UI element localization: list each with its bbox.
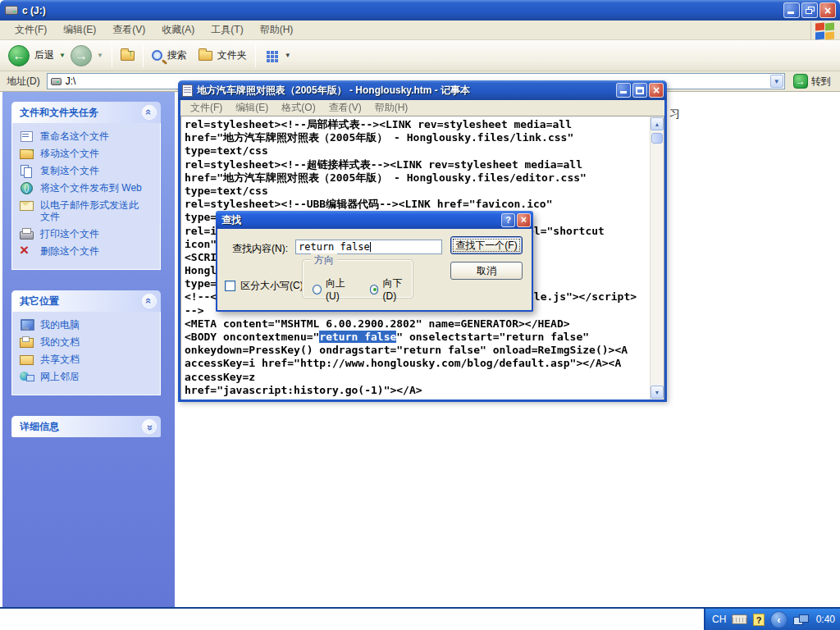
code-line: type=text/css xyxy=(185,185,650,198)
radio-down[interactable]: 向下(D) xyxy=(370,276,413,302)
details-panel: 详细信息 xyxy=(11,416,161,437)
places-panel-body: 我的电脑我的文档共享文档网上邻居 xyxy=(11,312,161,395)
rename-icon xyxy=(20,130,34,142)
sidebar-item[interactable]: 打印这个文件 xyxy=(20,228,157,240)
direction-groupbox: 方向 向上(U) 向下(D) xyxy=(302,259,413,299)
menu-item[interactable]: 帮助(H) xyxy=(368,99,415,116)
explorer-sidebar: 文件和文件夹任务 重命名这个文件移动这个文件复制这个文件将这个文件发布到 Web… xyxy=(2,92,175,607)
notepad-titlebar[interactable]: 地方汽车牌照对照表（2005年版） - Honglousky.htm - 记事本… xyxy=(178,80,667,100)
comp-icon xyxy=(20,319,34,331)
folders-label[interactable]: 文件夹 xyxy=(217,48,247,62)
minimize-button[interactable] xyxy=(783,2,800,18)
explorer-menubar: 文件(F)编辑(E)查看(V)收藏(A)工具(T)帮助(H) xyxy=(0,21,840,40)
match-case-row: 区分大小写(C) xyxy=(225,279,304,293)
scroll-down-icon[interactable]: ▾ xyxy=(651,386,664,399)
match-case-checkbox[interactable] xyxy=(225,281,235,291)
find-dialog-titlebar[interactable]: 查找 ? × xyxy=(216,211,533,229)
explorer-title: c (J:) xyxy=(22,5,782,16)
explorer-toolbar: ← 后退 ▼ → ▼ ↑ 搜索 文件夹 ▼ xyxy=(0,40,840,71)
sidebar-item[interactable]: 网上邻居 xyxy=(20,371,157,382)
radio-down-label: 向下(D) xyxy=(382,276,413,302)
maximize-button[interactable] xyxy=(632,83,647,98)
search-icon[interactable] xyxy=(152,50,162,61)
menu-item[interactable]: 工具(T) xyxy=(203,21,251,39)
details-panel-title: 详细信息 xyxy=(20,420,59,434)
sidebar-item-label: 网上邻居 xyxy=(40,371,80,382)
search-label[interactable]: 搜索 xyxy=(167,48,187,62)
radio-down-icon[interactable] xyxy=(370,285,379,294)
back-dropdown-icon[interactable]: ▼ xyxy=(59,52,66,59)
sidebar-item[interactable]: 重命名这个文件 xyxy=(20,130,157,142)
sidebar-item[interactable]: 将这个文件发布到 Web xyxy=(20,182,157,194)
forward-dropdown-icon[interactable]: ▼ xyxy=(97,52,103,59)
sidebar-item[interactable]: 我的电脑 xyxy=(20,319,157,331)
code-line: href="地方汽车牌照对照表（2005年版） - Honglousky.fil… xyxy=(185,131,650,144)
help-button[interactable]: ? xyxy=(501,213,515,227)
menu-item[interactable]: 文件(F) xyxy=(184,99,229,116)
toolbar-separator xyxy=(112,44,112,67)
radio-up[interactable]: 向上(U) xyxy=(313,276,356,302)
system-tray: CH ? ‹ 0:40 xyxy=(704,609,840,630)
menu-item[interactable]: 格式(O) xyxy=(275,99,322,116)
sidebar-item[interactable]: 删除这个文件 xyxy=(20,245,157,257)
details-panel-header[interactable]: 详细信息 xyxy=(11,416,161,437)
address-label: 地址(D) xyxy=(7,75,40,89)
explorer-titlebar[interactable]: c (J:) × xyxy=(0,0,840,21)
sidebar-item[interactable]: 复制这个文件 xyxy=(20,165,157,176)
sidebar-item[interactable]: 以电子邮件形式发送此文件 xyxy=(20,199,157,222)
file-label-fragment: 习 xyxy=(669,107,680,121)
collapse-chevron-icon[interactable] xyxy=(142,105,157,120)
menu-item[interactable]: 查看(V) xyxy=(322,99,368,116)
code-line: href="javascript:history.go(-1)"></A> xyxy=(185,384,650,397)
menu-item[interactable]: 编辑(E) xyxy=(55,21,104,39)
up-folder-button[interactable]: ↑ xyxy=(121,51,135,61)
minimize-button[interactable] xyxy=(616,83,631,98)
radio-up-icon[interactable] xyxy=(313,285,322,294)
go-button[interactable]: → 转到 xyxy=(793,74,831,89)
menu-item[interactable]: 文件(F) xyxy=(7,21,55,39)
expand-chevron-icon[interactable] xyxy=(142,419,157,434)
menu-item[interactable]: 编辑(E) xyxy=(229,99,275,116)
drive-icon xyxy=(5,6,18,15)
sidebar-item[interactable]: 共享文档 xyxy=(20,354,157,365)
network-icon[interactable] xyxy=(793,614,809,625)
scrollbar-thumb[interactable] xyxy=(651,133,663,144)
restore-button[interactable] xyxy=(801,2,818,18)
go-arrow-icon: → xyxy=(793,74,808,89)
close-button[interactable]: × xyxy=(819,2,836,18)
close-button[interactable]: × xyxy=(649,83,664,98)
hide-icons-button[interactable]: ‹ xyxy=(770,611,788,628)
sidebar-item[interactable]: 我的文档 xyxy=(20,336,157,348)
clock: 0:40 xyxy=(816,614,835,625)
collapse-chevron-icon[interactable] xyxy=(142,294,157,308)
keyboard-icon[interactable] xyxy=(732,614,747,624)
forward-button[interactable]: → xyxy=(71,45,92,66)
menu-item[interactable]: 查看(V) xyxy=(104,21,153,39)
places-panel-header[interactable]: 其它位置 xyxy=(11,290,161,312)
back-button[interactable]: ← xyxy=(8,45,30,66)
address-dropdown-button[interactable]: ▼ xyxy=(770,75,783,88)
ime-indicator[interactable]: CH xyxy=(712,614,726,625)
sidebar-item-label: 我的文档 xyxy=(40,336,80,348)
code-line: accessKey=i href="http://www.honglousky.… xyxy=(185,357,650,370)
notepad-icon xyxy=(182,84,193,97)
menu-item[interactable]: 收藏(A) xyxy=(153,21,203,39)
scroll-up-icon[interactable]: ▴ xyxy=(651,117,664,130)
sidebar-item[interactable]: 移动这个文件 xyxy=(20,148,157,159)
vertical-scrollbar[interactable]: ▴ ▾ xyxy=(650,116,664,399)
cancel-button[interactable]: 取消 xyxy=(450,262,523,280)
tasks-panel-header[interactable]: 文件和文件夹任务 xyxy=(11,102,161,123)
close-button[interactable]: × xyxy=(517,213,531,227)
help-tray-icon[interactable]: ? xyxy=(753,614,765,626)
sidebar-item-label: 重命名这个文件 xyxy=(40,130,109,142)
toolbar-separator xyxy=(143,44,144,67)
folders-icon[interactable] xyxy=(199,51,212,61)
views-dropdown-icon[interactable]: ▼ xyxy=(285,52,291,59)
code-line: rel=stylesheet><!--超链接样式表--><LINK rev=st… xyxy=(185,158,650,171)
sidebar-item-label: 打印这个文件 xyxy=(40,228,99,240)
back-label[interactable]: 后退 xyxy=(34,48,54,62)
find-next-button[interactable]: 查找下一个(F) xyxy=(450,236,523,254)
menu-item[interactable]: 帮助(H) xyxy=(252,21,302,39)
find-what-input[interactable]: return false xyxy=(295,240,442,254)
views-icon[interactable] xyxy=(267,51,270,54)
